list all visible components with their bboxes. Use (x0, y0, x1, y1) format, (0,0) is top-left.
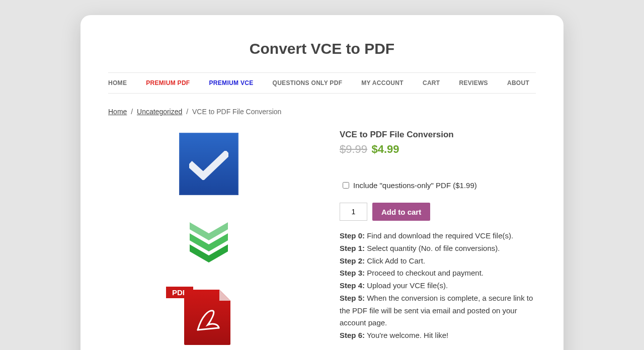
nav-reviews[interactable]: REVIEWS (459, 79, 488, 86)
step-4: Step 4: Upload your VCE file(s). (340, 280, 536, 292)
step-2: Step 2: Click Add to Cart. (340, 255, 536, 268)
site-title: Convert VCE to PDF (108, 40, 536, 57)
product-title: VCE to PDF File Conversion (340, 130, 536, 140)
pdf-icon: PDF (181, 290, 236, 345)
down-arrows-icon (187, 222, 230, 266)
pdf-document-icon (184, 290, 230, 345)
breadcrumb: Home / Uncategorized / VCE to PDF File C… (108, 108, 536, 116)
addon-checkbox[interactable] (343, 182, 349, 189)
price-original: $9.99 (340, 143, 367, 155)
nav-cart[interactable]: CART (423, 79, 440, 86)
instructions: Step 0: Find and download the required V… (340, 230, 536, 342)
product-section: PDF VCE to PDF File Conversion $9.99 $4.… (108, 130, 536, 350)
step-1: Step 1: Select quantity (No. of file con… (340, 242, 536, 255)
breadcrumb-category[interactable]: Uncategorized (137, 108, 182, 116)
step-3: Step 3: Proceed to checkout and payment. (340, 267, 536, 280)
nav-questions-only-pdf[interactable]: QUESTIONS ONLY PDF (273, 79, 343, 86)
breadcrumb-separator: / (131, 108, 133, 116)
quantity-input[interactable] (340, 203, 367, 221)
nav-home[interactable]: HOME (108, 79, 127, 86)
step-0: Step 0: Find and download the required V… (340, 230, 536, 242)
breadcrumb-home[interactable]: Home (108, 108, 127, 116)
main-nav: HOME PREMIUM PDF PREMIUM VCE QUESTIONS O… (108, 72, 536, 94)
vce-app-icon (179, 133, 238, 195)
product-gallery: PDF (108, 130, 309, 350)
addon-label: Include "questions-only" PDF ($1.99) (353, 181, 477, 190)
cart-row: Add to cart (340, 203, 536, 221)
nav-about[interactable]: ABOUT (507, 79, 529, 86)
step-6: Step 6: You're welcome. Hit like! (340, 329, 536, 342)
adobe-mark-icon (193, 306, 222, 335)
price-row: $9.99 $4.99 (340, 143, 536, 156)
add-to-cart-button[interactable]: Add to cart (372, 203, 430, 221)
product-details: VCE to PDF File Conversion $9.99 $4.99 I… (340, 130, 536, 350)
price-sale: $4.99 (372, 143, 399, 155)
breadcrumb-separator: / (186, 108, 188, 116)
page-container: Convert VCE to PDF HOME PREMIUM PDF PREM… (80, 15, 564, 350)
checkmark-icon (189, 151, 228, 180)
addon-option[interactable]: Include "questions-only" PDF ($1.99) (340, 181, 536, 190)
nav-premium-pdf[interactable]: PREMIUM PDF (146, 79, 190, 86)
step-5: Step 5: When the conversion is complete,… (340, 292, 536, 329)
nav-premium-vce[interactable]: PREMIUM VCE (209, 79, 254, 86)
nav-my-account[interactable]: MY ACCOUNT (361, 79, 404, 86)
breadcrumb-current: VCE to PDF File Conversion (192, 108, 281, 116)
